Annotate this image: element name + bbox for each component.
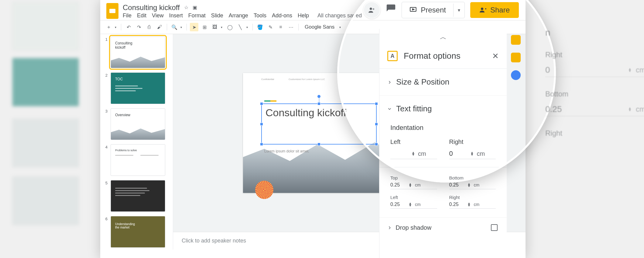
padding-top-label: Top — [390, 175, 437, 180]
save-status: All changes saved — [317, 12, 362, 19]
resize-handle[interactable] — [375, 143, 378, 146]
chevron-down-icon: › — [386, 108, 394, 110]
title-bar: Consulting kickoff ☆ ▣ File Edit View In… — [100, 0, 526, 20]
svg-point-1 — [373, 8, 374, 10]
customized-label: Customized for Lorem Ipsum LLC — [289, 78, 325, 81]
print-button[interactable]: ⎙ — [145, 23, 153, 31]
rail-button-2[interactable] — [511, 53, 521, 62]
menu-help[interactable]: Help — [298, 12, 309, 19]
menu-format[interactable]: Format — [188, 12, 206, 19]
stepper-icon[interactable]: ▲▼ — [471, 152, 474, 155]
resize-handle[interactable] — [260, 143, 263, 146]
slide-subtitle[interactable]: Lorem ipsum dolor sit amet. — [264, 149, 309, 153]
drop-shadow-section[interactable]: › Drop shadow — [379, 218, 507, 238]
menu-tools[interactable]: Tools — [254, 12, 266, 19]
menu-addons[interactable]: Add-ons — [272, 12, 292, 19]
border-color-button[interactable]: ✎ — [266, 23, 275, 31]
paint-format-button[interactable]: 🖌 — [155, 23, 164, 31]
indent-left-input[interactable] — [390, 150, 409, 158]
present-dropdown-icon[interactable]: ▾ — [453, 4, 464, 17]
slide-thumbnail-4[interactable]: Problems to solve — [111, 144, 165, 176]
svg-point-0 — [370, 8, 372, 10]
faded-format-panel: n Right 0▲▼cm Bottom 0.25▲▼cm Right — [545, 27, 644, 144]
slides-app-icon[interactable] — [106, 3, 118, 19]
menu-view[interactable]: View — [152, 12, 164, 19]
slide-thumbnail-1[interactable]: Consulting kickoff — [111, 37, 165, 68]
padding-bottom-input[interactable] — [449, 182, 464, 188]
resize-handle[interactable] — [317, 102, 320, 105]
border-weight-button[interactable]: ≡ — [276, 23, 285, 31]
thumb-number: 1 — [104, 37, 108, 68]
indent-right-label: Right — [449, 138, 496, 145]
font-select[interactable]: Google Sans — [302, 24, 337, 30]
line-dropdown-icon[interactable]: ▾ — [246, 26, 249, 29]
star-icon[interactable]: ☆ — [184, 5, 188, 10]
menu-insert[interactable]: Insert — [169, 12, 183, 19]
share-button[interactable]: Share — [470, 2, 519, 18]
chevron-right-icon: › — [389, 224, 391, 232]
confidential-label: Confidential — [261, 78, 274, 81]
menu-edit[interactable]: Edit — [137, 12, 146, 19]
drop-shadow-checkbox[interactable] — [491, 224, 498, 231]
unit-label: cm — [418, 150, 426, 157]
border-dash-button[interactable]: ⋯ — [287, 23, 295, 31]
undo-button[interactable]: ↶ — [124, 23, 133, 31]
zoom-button[interactable]: 🔍 — [170, 23, 179, 31]
menu-slide[interactable]: Slide — [211, 12, 223, 19]
new-slide-button[interactable]: ＋ — [104, 23, 113, 31]
slide-thumbnail-2[interactable]: TOC — [111, 72, 165, 104]
redo-button[interactable]: ↷ — [135, 23, 143, 31]
chevron-right-icon: › — [389, 78, 391, 86]
resize-handle[interactable] — [260, 102, 263, 105]
font-dropdown-icon[interactable]: ▾ — [339, 26, 342, 29]
stepper-icon[interactable]: ▲▼ — [468, 183, 471, 187]
shape-tool-button[interactable]: ◯ — [226, 23, 234, 31]
text-fitting-section[interactable]: › Text fitting — [379, 96, 507, 122]
close-panel-icon[interactable]: ✕ — [492, 51, 499, 61]
slide-title-text[interactable]: Consulting kickoff — [262, 104, 376, 119]
rail-button-1[interactable] — [511, 35, 521, 45]
slide-thumbnail-panel: 1 Consulting kickoff 2 TOC 3 Overview 4 … — [100, 34, 173, 249]
menu-arrange[interactable]: Arrange — [229, 12, 248, 19]
document-title[interactable]: Consulting kickoff — [123, 3, 180, 12]
image-dropdown-icon[interactable]: ▾ — [221, 26, 224, 29]
resize-handle[interactable] — [375, 102, 378, 105]
app-window: Consulting kickoff ☆ ▣ File Edit View In… — [100, 0, 526, 258]
zoom-dropdown-icon[interactable]: ▾ — [180, 26, 183, 29]
padding-top-input[interactable] — [390, 182, 406, 188]
indentation-heading: Indentation — [390, 124, 496, 132]
padding-bottom-label: Bottom — [449, 175, 496, 180]
rail-button-3[interactable] — [511, 70, 521, 80]
collaborator-avatar[interactable] — [363, 2, 380, 19]
textbox-tool-button[interactable]: ⊞ — [200, 23, 209, 31]
slide-thumbnail-5[interactable] — [111, 180, 165, 212]
size-position-section[interactable]: › Size & Position — [379, 69, 507, 95]
move-folder-icon[interactable]: ▣ — [193, 5, 197, 10]
present-button[interactable]: Present — [402, 2, 453, 18]
menu-file[interactable]: File — [123, 12, 132, 19]
select-tool-button[interactable]: ➤ — [190, 23, 198, 31]
padding-right-label: Right — [449, 195, 496, 200]
comments-icon[interactable] — [386, 4, 396, 17]
resize-handle[interactable] — [260, 123, 263, 126]
line-tool-button[interactable]: ╲ — [236, 23, 245, 31]
slide-thumbnail-3[interactable]: Overview — [111, 108, 165, 140]
rotate-handle[interactable] — [317, 95, 320, 98]
new-slide-dropdown-icon[interactable]: ▾ — [115, 26, 118, 29]
stepper-icon[interactable]: ▲▼ — [412, 152, 415, 155]
collapse-panel-icon[interactable]: ︿ — [440, 33, 447, 41]
indent-right-input[interactable] — [449, 150, 468, 158]
padding-right-input[interactable] — [449, 202, 464, 207]
stepper-icon[interactable]: ▲▼ — [409, 183, 412, 187]
stepper-icon[interactable]: ▲▼ — [409, 202, 412, 206]
selected-text-box[interactable]: Consulting kickoff — [261, 103, 377, 145]
image-tool-button[interactable]: 🖼 — [211, 23, 219, 31]
padding-left-input[interactable] — [390, 202, 406, 207]
indent-left-label: Left — [390, 138, 437, 145]
slide-thumbnail-6[interactable]: Understanding the market — [111, 216, 165, 248]
resize-handle[interactable] — [375, 123, 378, 126]
side-addon-rail — [506, 29, 526, 80]
resize-handle[interactable] — [317, 143, 320, 146]
fill-color-button[interactable]: 🪣 — [256, 23, 264, 31]
stepper-icon[interactable]: ▲▼ — [468, 202, 471, 206]
